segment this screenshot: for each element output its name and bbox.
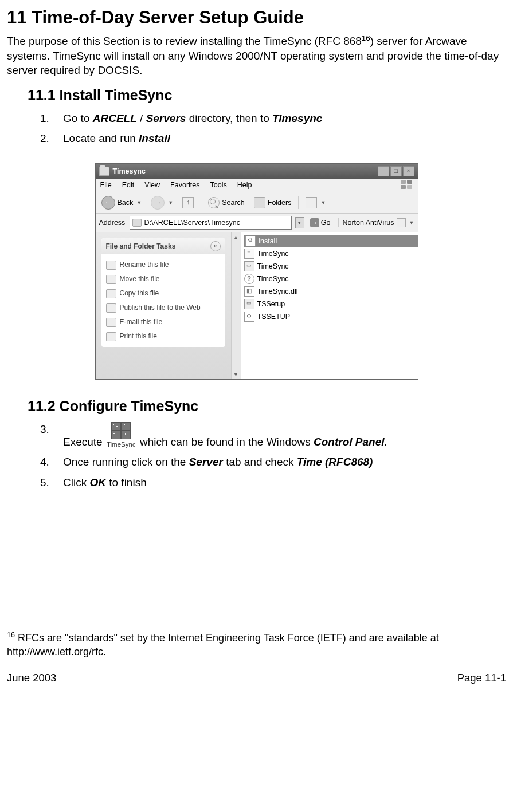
step-num: 5. (40, 475, 49, 490)
norton-toolbar: Norton AntiVirus ▼ (338, 218, 414, 228)
address-input[interactable]: D:\ARCELL\Servers\Timesync (130, 216, 291, 230)
file-timesync-exe[interactable]: TimeSync (244, 260, 418, 273)
footer-date: June 2003 (7, 671, 56, 685)
step-num: 3. (40, 422, 49, 437)
back-button[interactable]: ←Back▼ (99, 195, 144, 211)
label: Move this file (120, 274, 160, 283)
text: Control Panel. (314, 436, 387, 448)
file-tssetup-ini[interactable]: TSSETUP (244, 310, 418, 323)
section-11-1: 11.1 Install TimeSync (28, 86, 506, 105)
file-install[interactable]: Install (244, 235, 418, 247)
page-title: 11 Time-of-Day Server Setup Guide (7, 6, 506, 30)
step-num: 1. (40, 111, 49, 126)
label: TimeSync (257, 262, 289, 271)
label: Copy this file (120, 289, 159, 298)
email-icon (106, 318, 116, 327)
step-1: 1. Go to ARCELL / Servers directory, the… (63, 111, 506, 126)
task-copy[interactable]: Copy this file (106, 286, 221, 301)
up-button[interactable] (180, 196, 196, 210)
explorer-screenshot: Timesync _□× File Edit View Favorites To… (7, 163, 506, 380)
intro-paragraph: The purpose of this Section is to review… (7, 33, 506, 78)
address-bar: Address D:\ARCELL\Servers\Timesync ▾ →Go… (96, 214, 418, 232)
page-footer: June 2003 Page 11-1 (7, 671, 506, 685)
text: which can be found in the Windows (137, 436, 314, 448)
label: E-mail this file (120, 317, 163, 326)
step-3: 3. Execute TimeSync which can be found i… (63, 422, 506, 450)
text: Server (189, 456, 223, 468)
file-timesync-dll[interactable]: TimeSync.dll (244, 285, 418, 298)
text: to finish (106, 476, 147, 488)
file-tssetup-cpl[interactable]: TSSetup (244, 298, 418, 310)
label: TimeSync (257, 274, 289, 284)
footer-page: Page 11-1 (457, 671, 506, 685)
menu-edit[interactable]: Edit (122, 180, 135, 190)
minimize-button[interactable]: _ (378, 166, 389, 176)
step-5: 5. Click OK to finish (63, 475, 506, 490)
label: TSSetup (257, 299, 285, 309)
file-list: ▲▼ Install TimeSync TimeSync TimeSync Ti… (232, 232, 418, 379)
copy-icon (106, 289, 116, 298)
footnote-ref: 16 (362, 34, 370, 42)
task-rename[interactable]: Rename this file (106, 258, 221, 272)
batch-file-icon (245, 236, 256, 246)
windows-logo-icon (401, 180, 413, 190)
separator (201, 196, 201, 209)
folders-button[interactable]: Folders (252, 196, 294, 210)
label: Rename this file (120, 260, 169, 269)
explorer-window: Timesync _□× File Edit View Favorites To… (95, 163, 418, 380)
menu-tools[interactable]: Tools (210, 180, 227, 190)
label: TimeSync (257, 249, 289, 259)
intro-text-a: The purpose of this Section is to review… (7, 35, 362, 47)
application-icon (244, 261, 254, 271)
label: TSSETUP (257, 312, 291, 322)
label: Folders (268, 198, 292, 208)
file-timesync-hlp[interactable]: TimeSync (244, 273, 418, 285)
task-publish[interactable]: Publish this file to the Web (106, 301, 221, 315)
label: Print this file (120, 332, 157, 341)
text: Servers (146, 112, 186, 124)
task-email[interactable]: E-mail this file (106, 315, 221, 329)
rename-icon (106, 261, 116, 270)
chevron-up-icon: « (210, 241, 221, 251)
menu-view[interactable]: View (144, 180, 160, 190)
move-icon (106, 275, 116, 284)
views-button[interactable]: ▼ (303, 196, 328, 210)
scrollbar[interactable]: ▲▼ (232, 232, 241, 379)
folder-icon (132, 219, 142, 227)
text: Locate and run (63, 132, 139, 144)
maximize-button[interactable]: □ (390, 166, 402, 176)
text: Click (63, 476, 89, 488)
label: TimeSync.dll (257, 287, 298, 297)
tasks-header[interactable]: File and Folder Tasks « (101, 238, 225, 254)
label: Norton AntiVirus (342, 218, 394, 228)
timesync-cpl-icon: TimeSync (107, 422, 136, 450)
step-4: 4. Once running click on the Server tab … (63, 455, 506, 470)
label: Publish this file to the Web (120, 303, 201, 312)
folder-icon (99, 167, 109, 176)
settings-file-icon (244, 312, 254, 322)
search-button[interactable]: Search (206, 196, 247, 210)
file-timesync-txt[interactable]: TimeSync (244, 247, 418, 260)
task-print[interactable]: Print this file (106, 329, 221, 344)
close-button[interactable]: × (403, 166, 414, 176)
menu-favorites[interactable]: Favorites (170, 180, 199, 190)
menu-file[interactable]: File (100, 180, 112, 190)
text: Install (139, 132, 170, 144)
menu-help[interactable]: Help (237, 180, 252, 190)
window-title: Timesync (113, 167, 146, 176)
text: Once running click on the (63, 456, 189, 468)
footnote-text: RFCs are "standards" set by the Internet… (7, 632, 439, 657)
step-num: 2. (40, 131, 49, 146)
text: directory, then to (186, 112, 272, 124)
task-move[interactable]: Move this file (106, 272, 221, 286)
section-11-2: 11.2 Configure TimeSync (28, 397, 506, 416)
norton-icon (397, 218, 406, 227)
forward-button[interactable]: →▼ (148, 195, 175, 211)
go-button[interactable]: →Go (308, 218, 333, 228)
icon-caption: TimeSync (107, 440, 136, 450)
text: Timesync (272, 112, 322, 124)
address-dropdown[interactable]: ▾ (295, 217, 304, 228)
text: OK (89, 476, 106, 488)
cpl-file-icon (244, 299, 254, 309)
help-file-icon (244, 274, 254, 284)
